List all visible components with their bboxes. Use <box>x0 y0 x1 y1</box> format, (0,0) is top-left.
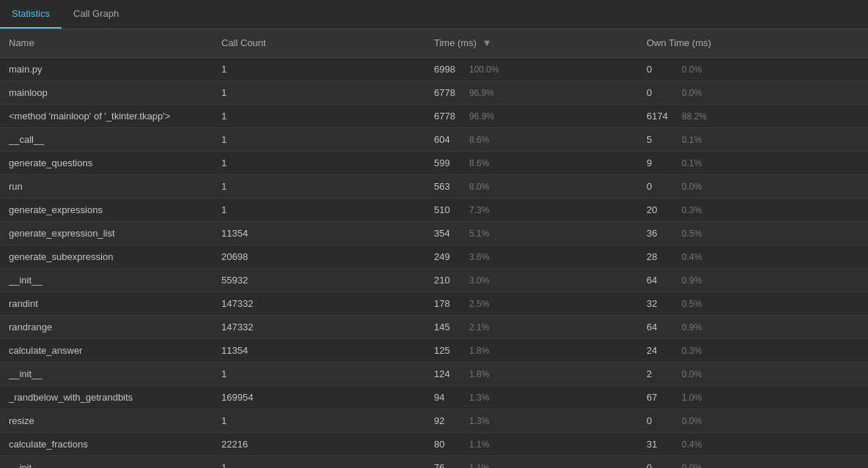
table-body: main.py16998100.0%00.0%mainloop1677896.9… <box>0 57 868 468</box>
cell-time: 6048.6% <box>425 127 638 151</box>
table-container: Name Call Count Time (ms) ▼ Own Time (ms… <box>0 29 868 468</box>
cell-time: 677896.9% <box>425 104 638 127</box>
table-row: resize1921.3%00.0% <box>0 409 868 432</box>
cell-name: generate_subexpression <box>0 245 213 268</box>
cell-name: generate_expression_list <box>0 221 213 245</box>
table-row: __call__16048.6%50.1% <box>0 127 868 151</box>
cell-time: 921.3% <box>425 409 638 432</box>
cell-own-time: 00.0% <box>638 456 868 468</box>
table-header-row: Name Call Count Time (ms) ▼ Own Time (ms… <box>0 29 868 57</box>
table-row: randrange1473321452.1%640.9% <box>0 315 868 338</box>
cell-call-count: 1 <box>213 127 425 151</box>
cell-own-time: 310.4% <box>638 432 868 456</box>
cell-name: generate_expressions <box>0 198 213 221</box>
cell-own-time: 200.3% <box>638 198 868 221</box>
cell-own-time: 90.1% <box>638 151 868 174</box>
sort-arrow-icon: ▼ <box>482 37 492 48</box>
cell-call-count: 169954 <box>213 385 425 409</box>
cell-own-time: 640.9% <box>638 268 868 291</box>
cell-name: __init__ <box>0 268 213 291</box>
cell-time: 3545.1% <box>425 221 638 245</box>
cell-time: 5998.6% <box>425 151 638 174</box>
cell-own-time: 20.0% <box>638 362 868 385</box>
cell-own-time: 00.0% <box>638 81 868 104</box>
cell-call-count: 1 <box>213 174 425 198</box>
cell-time: 1251.8% <box>425 338 638 362</box>
cell-name: calculate_answer <box>0 338 213 362</box>
cell-name: calculate_fractions <box>0 432 213 456</box>
cell-own-time: 50.1% <box>638 127 868 151</box>
table-row: __init__559322103.0%640.9% <box>0 268 868 291</box>
cell-name: randint <box>0 291 213 315</box>
cell-name: __init__ <box>0 362 213 385</box>
cell-call-count: 147332 <box>213 291 425 315</box>
col-header-call-count: Call Count <box>213 29 425 57</box>
cell-call-count: 1 <box>213 409 425 432</box>
cell-own-time: 00.0% <box>638 57 868 81</box>
cell-call-count: 1 <box>213 57 425 81</box>
cell-time: 1241.8% <box>425 362 638 385</box>
table-row: calculate_answer113541251.8%240.3% <box>0 338 868 362</box>
cell-own-time: 00.0% <box>638 409 868 432</box>
cell-time: 2103.0% <box>425 268 638 291</box>
cell-own-time: 320.5% <box>638 291 868 315</box>
table-row: randint1473321782.5%320.5% <box>0 291 868 315</box>
table-row: calculate_fractions22216801.1%310.4% <box>0 432 868 456</box>
cell-time: 1452.1% <box>425 315 638 338</box>
table-row: generate_expressions15107.3%200.3% <box>0 198 868 221</box>
cell-time: 5107.3% <box>425 198 638 221</box>
cell-name: main.py <box>0 57 213 81</box>
cell-name: run <box>0 174 213 198</box>
col-header-time[interactable]: Time (ms) ▼ <box>425 29 638 57</box>
cell-call-count: 1 <box>213 456 425 468</box>
table-row: __init__11241.8%20.0% <box>0 362 868 385</box>
table-row: <method 'mainloop' of '_tkinter.tkapp'>1… <box>0 104 868 127</box>
cell-call-count: 11354 <box>213 338 425 362</box>
table-row: generate_subexpression206982493.6%280.4% <box>0 245 868 268</box>
table-row: __init__1761.1%00.0% <box>0 456 868 468</box>
cell-name: <method 'mainloop' of '_tkinter.tkapp'> <box>0 104 213 127</box>
cell-own-time: 280.4% <box>638 245 868 268</box>
cell-own-time: 671.0% <box>638 385 868 409</box>
cell-call-count: 11354 <box>213 221 425 245</box>
cell-call-count: 55932 <box>213 268 425 291</box>
cell-own-time: 240.3% <box>638 338 868 362</box>
table-row: generate_expression_list113543545.1%360.… <box>0 221 868 245</box>
cell-own-time: 640.9% <box>638 315 868 338</box>
cell-time: 677896.9% <box>425 81 638 104</box>
cell-own-time: 360.5% <box>638 221 868 245</box>
cell-time: 761.1% <box>425 456 638 468</box>
cell-name: _randbelow_with_getrandbits <box>0 385 213 409</box>
col-header-name: Name <box>0 29 213 57</box>
cell-call-count: 1 <box>213 198 425 221</box>
cell-time: 801.1% <box>425 432 638 456</box>
cell-call-count: 20698 <box>213 245 425 268</box>
cell-own-time: 617488.2% <box>638 104 868 127</box>
table-row: _randbelow_with_getrandbits169954941.3%6… <box>0 385 868 409</box>
cell-time: 1782.5% <box>425 291 638 315</box>
cell-time: 2493.6% <box>425 245 638 268</box>
tabs-bar: Statistics Call Graph <box>0 0 868 29</box>
table-row: main.py16998100.0%00.0% <box>0 57 868 81</box>
statistics-table: Name Call Count Time (ms) ▼ Own Time (ms… <box>0 29 868 468</box>
cell-name: mainloop <box>0 81 213 104</box>
col-header-own-time: Own Time (ms) <box>638 29 868 57</box>
cell-name: resize <box>0 409 213 432</box>
table-row: generate_questions15998.6%90.1% <box>0 151 868 174</box>
cell-name: __call__ <box>0 127 213 151</box>
tab-statistics[interactable]: Statistics <box>0 0 62 29</box>
cell-time: 5638.0% <box>425 174 638 198</box>
cell-time: 6998100.0% <box>425 57 638 81</box>
cell-name: __init__ <box>0 456 213 468</box>
cell-call-count: 1 <box>213 362 425 385</box>
cell-name: randrange <box>0 315 213 338</box>
table-row: mainloop1677896.9%00.0% <box>0 81 868 104</box>
cell-call-count: 147332 <box>213 315 425 338</box>
cell-time: 941.3% <box>425 385 638 409</box>
cell-call-count: 1 <box>213 81 425 104</box>
tab-call-graph[interactable]: Call Graph <box>62 0 130 29</box>
cell-call-count: 22216 <box>213 432 425 456</box>
table-row: run15638.0%00.0% <box>0 174 868 198</box>
cell-call-count: 1 <box>213 151 425 174</box>
cell-name: generate_questions <box>0 151 213 174</box>
